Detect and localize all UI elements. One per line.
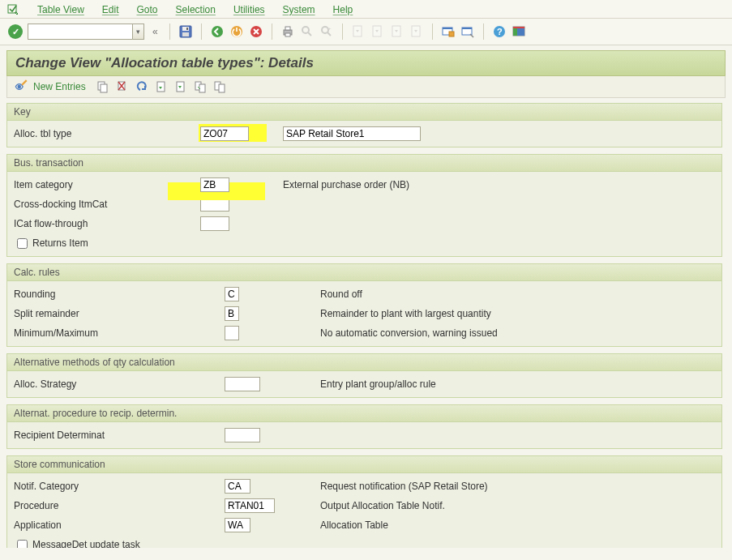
help-icon[interactable]: ? (492, 24, 507, 39)
next-page-icon (390, 24, 405, 39)
svg-line-14 (327, 32, 331, 36)
other-entry-icon[interactable] (193, 79, 208, 94)
rounding-input[interactable] (225, 287, 239, 301)
notif-desc: Request notification (SAP Retail Store) (320, 481, 488, 492)
svg-rect-24 (462, 28, 472, 29)
group-alt-header: Alternative methods of qty calculation (7, 354, 721, 371)
svg-rect-3 (182, 32, 189, 36)
delete-icon[interactable] (115, 79, 130, 94)
flow-label: ICat flow-through (14, 218, 200, 229)
command-field-dropdown[interactable]: ▾ (133, 24, 144, 40)
svg-rect-29 (513, 28, 517, 36)
determinat-input[interactable] (225, 428, 260, 442)
proc-desc: Output Allocation Table Notif. (320, 500, 445, 511)
group-calc: Calc. rules Rounding Round off Split rem… (6, 263, 722, 347)
exit-icon[interactable] (229, 24, 244, 39)
menu-system[interactable]: System (283, 4, 315, 16)
flow-input[interactable] (200, 216, 229, 231)
split-label: Split remainder (14, 308, 225, 319)
prev-page-icon (370, 24, 385, 39)
svg-rect-33 (101, 84, 107, 92)
app-desc: Allocation Table (320, 519, 388, 531)
svg-rect-30 (517, 28, 524, 36)
determinat-label: Recipient Determinat (14, 430, 225, 441)
new-session-icon[interactable] (441, 24, 456, 39)
group-bus-header: Bus. transaction (7, 155, 721, 172)
svg-text:+: + (328, 26, 332, 31)
item-category-desc: External purchase order (NB) (283, 179, 409, 190)
strategy-input[interactable] (225, 377, 260, 391)
msgdet-label: MessageDet update task (32, 539, 140, 548)
proc-label: Procedure (14, 500, 225, 511)
group-key-header: Key (7, 104, 721, 121)
group-recip: Alternat. procedure to recip. determin. … (6, 404, 722, 449)
minmax-input[interactable] (225, 326, 239, 340)
minmax-desc: No automatic conversion, warning issued (320, 327, 498, 339)
menu-selection[interactable]: Selection (176, 4, 216, 16)
item-category-label: Item category (14, 179, 200, 190)
svg-point-11 (302, 27, 309, 33)
notif-label: Notif. Category (14, 481, 225, 492)
layout-icon[interactable] (512, 24, 526, 39)
group-store: Store communication Notif. Category Requ… (6, 455, 722, 548)
group-key: Key Alloc. tbl type (6, 103, 722, 147)
group-recip-header: Alternat. procedure to recip. determin. (7, 405, 721, 422)
returns-checkbox[interactable] (17, 238, 28, 249)
menu-goto[interactable]: Goto (137, 4, 158, 16)
standard-toolbar: ✓ ▾ « + ? (0, 19, 732, 45)
menu-table-view[interactable]: Table View (37, 4, 84, 16)
last-page-icon (409, 24, 424, 39)
menu-bar: Table View Edit Goto Selection Utilities… (0, 0, 732, 19)
msgdet-checkbox[interactable] (17, 540, 28, 549)
svg-text:?: ? (497, 27, 503, 36)
svg-rect-21 (443, 28, 452, 29)
copy-icon[interactable] (96, 79, 110, 94)
svg-point-13 (322, 27, 328, 33)
notif-input[interactable] (225, 479, 250, 494)
find-next-icon: + (319, 24, 334, 39)
save-icon[interactable] (178, 24, 193, 39)
split-input[interactable] (225, 306, 239, 321)
svg-point-5 (212, 26, 223, 37)
proc-input[interactable] (225, 498, 275, 513)
group-bus: Bus. transaction Item category External … (6, 154, 722, 257)
group-store-header: Store communication (7, 456, 721, 473)
print-icon[interactable] (280, 24, 295, 39)
new-entries-button[interactable]: New Entries (33, 81, 86, 92)
undo-icon[interactable] (135, 79, 149, 94)
svg-rect-4 (186, 28, 188, 30)
svg-rect-42 (219, 84, 225, 92)
svg-rect-9 (285, 27, 290, 30)
next-entry-icon[interactable] (173, 79, 188, 94)
app-input[interactable] (225, 518, 250, 532)
rounding-label: Rounding (14, 289, 225, 300)
print-entry-icon[interactable] (212, 79, 227, 94)
menu-help[interactable]: Help (333, 4, 353, 16)
minmax-label: Minimum/Maximum (14, 327, 225, 339)
alloc-tbl-type-desc-input[interactable] (283, 126, 421, 141)
returns-label: Returns Item (32, 237, 88, 249)
menu-utilities[interactable]: Utilities (233, 4, 265, 16)
strategy-desc: Entry plant group/alloc rule (320, 378, 436, 390)
cross-dock-label: Cross-docking ItmCat (14, 199, 200, 210)
shortcut-icon[interactable] (460, 24, 475, 39)
alloc-tbl-type-label: Alloc. tbl type (14, 128, 200, 139)
cancel-icon[interactable] (249, 24, 263, 39)
item-category-input[interactable] (200, 177, 229, 192)
content-area: Key Alloc. tbl type Bus. transaction Ite… (6, 103, 726, 548)
group-calc-header: Calc. rules (7, 264, 721, 281)
svg-rect-22 (449, 32, 454, 36)
toggle-display-change-icon[interactable] (14, 79, 28, 94)
alloc-tbl-type-input[interactable] (200, 126, 249, 141)
back-icon[interactable] (210, 24, 225, 39)
menu-dropdown-icon[interactable] (6, 3, 19, 16)
page-title: Change View "Allocation table types": De… (6, 50, 726, 76)
svg-rect-28 (513, 27, 524, 28)
enter-icon[interactable]: ✓ (8, 24, 23, 39)
prev-entry-icon[interactable] (154, 79, 169, 94)
app-label: Application (14, 519, 225, 531)
command-field[interactable] (28, 24, 133, 40)
find-icon (300, 24, 315, 39)
collapse-icon[interactable]: « (149, 26, 161, 37)
menu-edit[interactable]: Edit (102, 4, 119, 16)
